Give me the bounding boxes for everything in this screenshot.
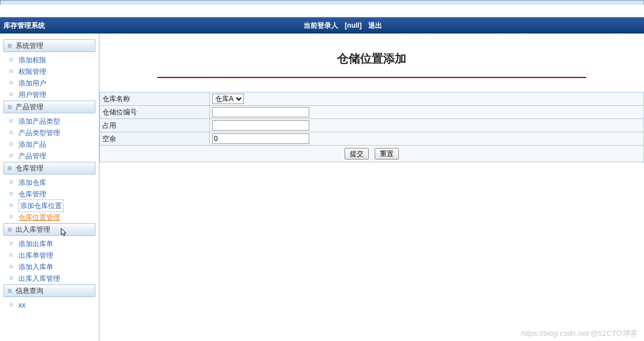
nav-item-outbound-manage[interactable]: ⊟出库单管理 — [3, 250, 95, 261]
dash-icon: ⊟ — [9, 127, 18, 139]
form-table: 仓库名称 仓库A 仓储位编号 占用 空余 — [99, 92, 644, 162]
current-user-value: [null] — [345, 21, 361, 29]
nav-item-permission-manage[interactable]: ⊟权限管理 — [3, 66, 95, 77]
dash-icon: ⊟ — [9, 212, 18, 223]
nav-item-user-manage[interactable]: ⊟用户管理 — [3, 89, 95, 101]
nav-header-label: 信息查询 — [16, 285, 43, 296]
nav-item-add-warehouse[interactable]: ⊟添加仓库 — [3, 177, 95, 188]
free-input[interactable] — [212, 134, 309, 144]
dash-icon: ⊟ — [9, 89, 18, 101]
header-center: 当前登录人 [null] 退出 — [45, 21, 641, 31]
table-row: 空余 — [100, 132, 644, 146]
table-row: 仓库名称 仓库A — [100, 92, 644, 106]
nav-header-system[interactable]: ⊞ 系统管理 — [3, 39, 95, 52]
nav-header-label: 仓库管理 — [16, 162, 43, 174]
nav-item-add-inbound[interactable]: ⊟添加入库单 — [3, 261, 95, 273]
dash-icon: ⊟ — [9, 200, 18, 212]
expand-icon: ⊞ — [8, 40, 16, 51]
logout-link[interactable]: 退出 — [368, 21, 382, 29]
nav-item-warehouse-manage[interactable]: ⊟仓库管理 — [3, 188, 95, 200]
nav-item-product-manage[interactable]: ⊟产品管理 — [3, 150, 95, 162]
nav-item-add-outbound[interactable]: ⊟添加出库单 — [3, 238, 95, 250]
label-occupied: 占用 — [100, 119, 210, 132]
nav-item-add-product-type[interactable]: ⊟添加产品类型 — [3, 116, 95, 127]
dash-icon: ⊟ — [9, 77, 18, 89]
dash-icon: ⊟ — [9, 261, 18, 273]
dash-icon: ⊟ — [9, 54, 18, 66]
app-header: 库存管理系统 当前登录人 [null] 退出 — [0, 17, 644, 34]
page-title: 仓储位置添加 — [99, 51, 644, 66]
table-row: 占用 — [100, 119, 644, 132]
warehouse-name-select[interactable]: 仓库A — [212, 94, 244, 104]
nav-header-warehouse[interactable]: ⊞ 仓库管理 — [3, 162, 95, 175]
dash-icon: ⊟ — [9, 299, 18, 311]
nav-header-label: 系统管理 — [16, 40, 43, 51]
label-warehouse-name: 仓库名称 — [100, 92, 210, 106]
watermark: https://blog.csdn.net/@51CTO博客 — [521, 328, 637, 339]
nav-item-add-product[interactable]: ⊟添加产品 — [3, 139, 95, 150]
title-underline — [157, 77, 586, 78]
dash-icon: ⊟ — [9, 177, 18, 188]
nav-header-label: 出入库管理 — [16, 224, 50, 235]
current-user-label: 当前登录人 — [304, 21, 338, 29]
dash-icon: ⊟ — [9, 139, 18, 150]
window-chrome-top — [0, 0, 644, 5]
expand-icon: ⊞ — [8, 162, 16, 174]
submit-button[interactable] — [345, 148, 369, 160]
reset-button[interactable] — [375, 148, 399, 160]
expand-icon: ⊞ — [8, 224, 16, 235]
nav-item-add-user[interactable]: ⊟添加用户 — [3, 77, 95, 89]
nav-header-label: 产品管理 — [16, 101, 43, 113]
window-chrome-toolbar — [0, 5, 644, 17]
dash-icon: ⊟ — [9, 116, 18, 127]
table-row: 仓储位编号 — [100, 106, 644, 119]
nav-header-product[interactable]: ⊞ 产品管理 — [3, 101, 95, 113]
main-content: 仓储位置添加 仓库名称 仓库A 仓储位编号 占用 空余 — [99, 34, 644, 341]
location-code-input[interactable] — [212, 107, 309, 117]
dash-icon: ⊟ — [9, 250, 18, 261]
nav-item-product-type-manage[interactable]: ⊟产品类型管理 — [3, 127, 95, 139]
occupied-input[interactable] — [212, 120, 309, 131]
nav-item-add-location[interactable]: ⊟添加仓库位置 — [3, 200, 95, 212]
sidebar: ⊞ 系统管理 ⊟添加权限 ⊟权限管理 ⊟添加用户 ⊟用户管理 ⊞ 产品管理 ⊟添… — [0, 34, 99, 341]
nav-item-inout-manage[interactable]: ⊟出库入库管理 — [3, 273, 95, 284]
label-free: 空余 — [100, 132, 210, 146]
dash-icon: ⊟ — [9, 273, 18, 284]
nav-header-query[interactable]: ⊞ 信息查询 — [3, 284, 95, 297]
dash-icon: ⊟ — [9, 150, 18, 162]
nav-item-location-manage[interactable]: ⊟仓库位置管理 — [3, 212, 95, 223]
dash-icon: ⊟ — [9, 238, 18, 250]
table-row — [100, 146, 644, 162]
app-title: 库存管理系统 — [3, 21, 45, 31]
nav-header-inout[interactable]: ⊞ 出入库管理 — [3, 223, 95, 236]
nav-item-xx[interactable]: ⊟xx — [3, 299, 95, 311]
dash-icon: ⊟ — [9, 66, 18, 77]
expand-icon: ⊞ — [8, 285, 16, 296]
expand-icon: ⊞ — [8, 101, 16, 113]
nav-item-add-permission[interactable]: ⊟添加权限 — [3, 54, 95, 66]
dash-icon: ⊟ — [9, 188, 18, 200]
label-location-code: 仓储位编号 — [100, 106, 210, 119]
